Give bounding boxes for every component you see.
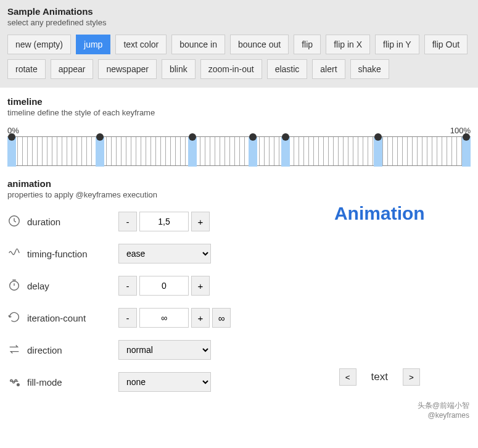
sample-newspaper-button[interactable]: newspaper bbox=[98, 59, 157, 79]
sample-flip-out-button[interactable]: flip Out bbox=[424, 35, 468, 54]
watermark-line1: 头条@前端小智 bbox=[9, 400, 469, 411]
repeat-icon bbox=[7, 310, 21, 326]
sample-blink-button[interactable]: blink bbox=[162, 59, 196, 79]
keyframe-handle[interactable] bbox=[281, 137, 290, 167]
preview-panel: Animation < text > bbox=[289, 178, 471, 392]
keyframe-handle[interactable] bbox=[462, 137, 471, 167]
animation-properties-panel: animation properties to apply @keyframes… bbox=[7, 178, 276, 392]
timeline-subtitle: timeline define the style of each keyfra… bbox=[7, 108, 471, 117]
animation-title: animation bbox=[7, 178, 276, 189]
duration-stepper: - + bbox=[118, 212, 210, 231]
fillmode-select[interactable]: none bbox=[118, 372, 211, 392]
sample-new-empty--button[interactable]: new (empty) bbox=[7, 35, 71, 54]
sample-jump-button[interactable]: jump bbox=[76, 35, 110, 54]
samples-section: Sample Animations select any predefined … bbox=[0, 0, 478, 88]
sample-shake-button[interactable]: shake bbox=[350, 59, 389, 79]
sample-flip-in-x-button[interactable]: flip in X bbox=[326, 35, 370, 54]
prop-fillmode-row: fill-mode none bbox=[7, 372, 276, 392]
iteration-minus-button[interactable]: - bbox=[118, 308, 137, 328]
stopwatch-icon bbox=[7, 278, 21, 294]
sample-text-color-button[interactable]: text color bbox=[115, 35, 167, 54]
samples-subtitle: select any predefined styles bbox=[7, 18, 471, 27]
keyframe-handle[interactable] bbox=[96, 137, 104, 167]
prop-iteration-row: iteration-count - + ∞ bbox=[7, 308, 276, 328]
delay-plus-button[interactable]: + bbox=[191, 276, 210, 296]
clock-icon bbox=[7, 214, 21, 230]
keyframe-handle[interactable] bbox=[249, 137, 257, 167]
keyframe-handle[interactable] bbox=[7, 137, 16, 167]
iteration-stepper: - + ∞ bbox=[118, 308, 231, 328]
watermark-line2: @keyframes bbox=[9, 411, 469, 420]
duration-label: duration bbox=[27, 217, 60, 227]
svg-point-2 bbox=[17, 383, 20, 386]
sample-elastic-button[interactable]: elastic bbox=[267, 59, 308, 79]
timeline-title: timeline bbox=[7, 96, 471, 107]
timing-label: timing-function bbox=[27, 249, 88, 259]
sample-rotate-button[interactable]: rotate bbox=[7, 59, 46, 79]
keyframe-handle[interactable] bbox=[188, 137, 197, 167]
preview-mode-label: text bbox=[371, 371, 388, 383]
duration-plus-button[interactable]: + bbox=[191, 212, 210, 231]
sample-bounce-in-button[interactable]: bounce in bbox=[171, 35, 225, 54]
easing-curve-icon bbox=[7, 246, 21, 262]
sample-flip-in-y-button[interactable]: flip in Y bbox=[375, 35, 419, 54]
iteration-plus-button[interactable]: + bbox=[191, 308, 210, 328]
timeline-section: timeline timeline define the style of ea… bbox=[0, 88, 478, 166]
timeline-track[interactable] bbox=[7, 136, 471, 166]
prop-direction-row: direction normal bbox=[7, 340, 276, 360]
iteration-infinity-button[interactable]: ∞ bbox=[212, 308, 231, 328]
direction-arrows-icon bbox=[7, 342, 21, 358]
direction-select[interactable]: normal bbox=[118, 340, 211, 360]
iteration-input[interactable] bbox=[139, 308, 189, 328]
duration-minus-button[interactable]: - bbox=[118, 212, 137, 231]
prop-delay-row: delay - + bbox=[7, 276, 276, 296]
preview-prev-button[interactable]: < bbox=[339, 368, 356, 386]
timing-select[interactable]: ease bbox=[118, 244, 211, 263]
direction-label: direction bbox=[27, 345, 62, 355]
prop-timing-row: timing-function ease bbox=[7, 244, 276, 263]
sample-zoom-in-out-button[interactable]: zoom-in-out bbox=[200, 59, 262, 79]
sample-bounce-out-button[interactable]: bounce out bbox=[230, 35, 289, 54]
delay-label: delay bbox=[27, 281, 49, 291]
watermark: 头条@前端小智 @keyframes bbox=[0, 398, 478, 422]
preview-title: Animation bbox=[334, 203, 425, 224]
animation-subtitle: properties to apply @keyframes execution bbox=[7, 190, 276, 199]
samples-button-row: new (empty)jumptext colorbounce inbounce… bbox=[7, 35, 471, 79]
animation-section: animation properties to apply @keyframes… bbox=[0, 166, 478, 398]
samples-title: Sample Animations bbox=[7, 6, 471, 17]
fillmode-label: fill-mode bbox=[27, 377, 62, 388]
keyframe-handle[interactable] bbox=[374, 137, 382, 167]
delay-minus-button[interactable]: - bbox=[118, 276, 137, 296]
timeline-labels: 0% 100% bbox=[7, 126, 471, 135]
fill-mode-icon bbox=[7, 375, 21, 390]
delay-input[interactable] bbox=[139, 276, 189, 296]
sample-appear-button[interactable]: appear bbox=[51, 59, 94, 79]
iteration-label: iteration-count bbox=[27, 313, 86, 323]
duration-input[interactable] bbox=[139, 212, 189, 231]
svg-point-1 bbox=[10, 281, 19, 290]
delay-stepper: - + bbox=[118, 276, 210, 296]
sample-alert-button[interactable]: alert bbox=[312, 59, 345, 79]
preview-next-button[interactable]: > bbox=[403, 368, 420, 386]
preview-nav: < text > bbox=[339, 368, 420, 386]
prop-duration-row: duration - + bbox=[7, 212, 276, 231]
sample-flip-button[interactable]: flip bbox=[294, 35, 321, 54]
